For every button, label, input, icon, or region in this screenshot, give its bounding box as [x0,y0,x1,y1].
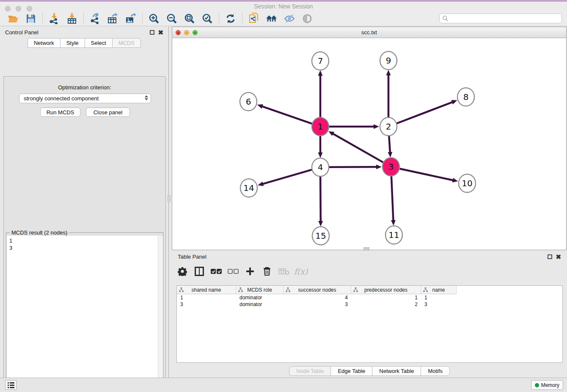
memory-button[interactable]: Memory [531,380,563,390]
minimize-window-icon[interactable] [16,6,21,11]
run-mcds-button[interactable]: Run MCDS [40,108,80,117]
tab-select[interactable]: Select [85,38,112,48]
tab-network-table[interactable]: Network Table [372,366,421,376]
close-panel-icon[interactable]: ✖ [158,30,163,35]
graph-node-10[interactable]: 10 [459,174,476,193]
search-input[interactable] [449,14,561,22]
homes-icon[interactable] [266,13,277,24]
table-cell[interactable]: 2 [351,301,421,308]
import-table-icon[interactable] [66,13,77,24]
toolbar-separator [83,13,84,24]
tab-motifs[interactable]: Motifs [421,366,450,376]
edge-2-8[interactable] [397,102,453,124]
edge-3-1[interactable] [333,133,383,162]
close-window-icon[interactable] [5,6,11,11]
zoom-out-icon[interactable] [166,13,177,24]
edge-3-11[interactable] [391,176,394,221]
optimization-criterion-select[interactable]: strongly connected component [19,94,151,103]
network-graph[interactable]: 7968124314101511 [172,38,566,250]
tab-node-table[interactable]: Node Table [289,366,331,376]
column-header-MCDS-role[interactable]: MCDS role [236,286,284,294]
memory-label: Memory [541,382,559,388]
table-cell[interactable]: 4 [284,294,351,301]
edge-arrowhead [374,124,379,129]
float-table-panel-icon[interactable] [548,254,552,259]
zoom-window-icon[interactable] [27,6,32,11]
graph-node-14[interactable]: 14 [240,179,257,197]
table-cell[interactable]: 1 [177,294,236,301]
search-box[interactable] [439,14,562,23]
splitter-grip-horizontal[interactable] [363,247,369,251]
eye-slash-icon[interactable] [284,13,295,24]
delete-icon[interactable] [261,266,272,277]
refresh-layout-icon[interactable] [225,13,236,24]
edge-1-6[interactable] [261,106,312,124]
column-header-successor-nodes[interactable]: successor nodes [284,286,351,294]
task-history-button[interactable] [5,380,17,390]
graph-node-2[interactable]: 2 [380,118,397,136]
select-stepper-icon [145,95,148,100]
split-column-icon[interactable] [194,266,205,277]
graph-node-11[interactable]: 11 [385,226,402,244]
deselect-all-icon[interactable] [228,266,239,277]
table-cell[interactable]: 3 [177,301,236,308]
table-cell[interactable]: 3 [284,301,351,308]
table-cell[interactable]: dominator [236,294,284,301]
edge-4-14[interactable] [262,170,312,184]
table-tabstrip: Node TableEdge TableNetwork TableMotifs [172,366,567,376]
tab-edge-table[interactable]: Edge Table [330,366,372,376]
tab-style[interactable]: Style [60,38,85,48]
mcds-result-textarea[interactable]: 1 3 [7,236,163,392]
tab-mcds[interactable]: MCDS [112,38,141,48]
splitter-grip[interactable] [168,195,171,202]
function-builder-icon: f(x) [295,266,306,277]
table-row[interactable]: 1dominator411 [177,294,562,301]
column-header-predecessor-nodes[interactable]: predecessor nodes [351,286,421,294]
close-table-panel-icon[interactable]: ✖ [556,254,561,259]
select-all-icon[interactable] [211,266,222,277]
close-panel-button[interactable]: Close panel [86,108,130,117]
column-header-shared-name[interactable]: shared name [177,286,236,294]
graph-node-3[interactable]: 3 [383,158,399,176]
table-row[interactable]: 3dominator323 [177,301,562,308]
eye-icon[interactable] [302,13,313,24]
graph-node-8[interactable]: 8 [457,88,474,106]
export-network-icon[interactable] [90,13,101,24]
import-network-icon[interactable] [49,13,60,24]
graph-node-4[interactable]: 4 [312,158,329,177]
network-window-titlebar[interactable]: x − + scc.txt [172,27,566,38]
add-column-icon[interactable] [245,266,256,277]
result-scrollbar[interactable] [158,236,162,392]
network-document-share-icon[interactable] [248,13,259,24]
float-panel-icon[interactable] [150,30,154,35]
gear-icon[interactable] [177,266,188,277]
column-header-name[interactable]: name [421,286,457,294]
table-cell[interactable]: 1 [421,294,457,301]
edge-2-3[interactable] [389,135,390,153]
save-icon[interactable] [25,13,36,24]
open-folder-icon[interactable] [8,13,19,24]
table-cell[interactable]: 3 [421,301,457,308]
graph-node-7[interactable]: 7 [312,52,329,70]
graph-node-6[interactable]: 6 [240,93,257,111]
edge-arrowhead [318,221,323,226]
zoom-selected-icon[interactable] [202,13,213,24]
zoom-fit-icon[interactable] [184,13,195,24]
table-cell[interactable]: 1 [351,294,421,301]
zoom-in-icon[interactable] [149,13,160,24]
graph-node-9[interactable]: 9 [380,52,397,70]
export-image-icon[interactable] [125,13,136,24]
svg-text:14: 14 [243,183,254,193]
node-table[interactable]: shared nameMCDS rolesuccessor nodesprede… [176,285,563,363]
table-toolbar: f(x) [177,266,306,277]
table-cell[interactable]: dominator [236,301,284,308]
export-table-icon[interactable] [107,13,118,24]
tab-network[interactable]: Network [28,38,60,48]
graph-node-1[interactable]: 1 [312,118,329,136]
edge-arrowhead [452,178,458,182]
edge-3-10[interactable] [400,168,454,180]
edge-arrowhead [391,220,396,226]
edge-4-15[interactable] [320,176,321,222]
graph-node-15[interactable]: 15 [312,227,329,245]
edge-4-3[interactable] [329,167,377,167]
